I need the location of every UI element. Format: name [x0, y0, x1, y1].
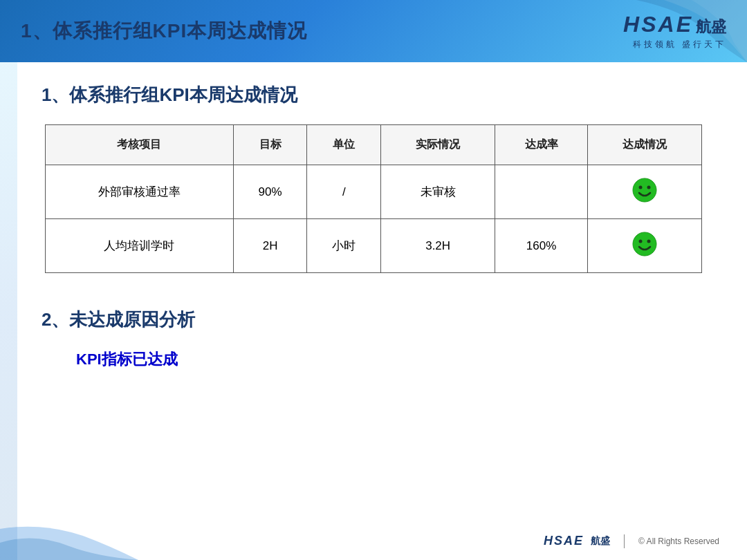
row1-actual: 未审核 — [381, 165, 495, 219]
svg-point-3 — [633, 232, 656, 256]
footer-logo: HSAE 航盛 © All Rights Reserved — [544, 534, 719, 548]
smiley-icon — [632, 232, 657, 256]
svg-point-5 — [647, 240, 651, 243]
logo-subtitle: 科技领航 盛行天下 — [633, 39, 726, 50]
smiley-icon — [632, 178, 657, 203]
section2-title: 2、未达成原因分析 — [42, 308, 706, 332]
row2-target: 2H — [233, 219, 307, 273]
svg-point-0 — [633, 178, 656, 202]
table-header-row: 考核项目 目标 单位 实际情况 达成率 达成情况 — [46, 125, 702, 165]
row1-item: 外部审核通过率 — [46, 165, 234, 219]
footer-divider — [624, 534, 625, 548]
footer-chinese-text: 航盛 — [591, 535, 610, 548]
footer: HSAE 航盛 © All Rights Reserved — [0, 522, 747, 560]
col-header-actual: 实际情况 — [381, 125, 495, 165]
table-row: 外部审核通过率 90% / 未审核 — [46, 165, 702, 219]
row1-status — [588, 165, 702, 219]
svg-point-4 — [639, 240, 643, 243]
footer-decoration — [0, 522, 138, 560]
svg-point-2 — [647, 186, 651, 189]
page-title: 1、体系推行组KPI本周达成情况 — [21, 18, 307, 44]
row1-unit: / — [307, 165, 381, 219]
kpi-achieved-text: KPI指标已达成 — [76, 349, 706, 370]
row2-rate: 160% — [495, 219, 588, 273]
main-content: 1、体系推行组KPI本周达成情况 考核项目 目标 单位 实际情况 达成率 达成情… — [0, 62, 747, 391]
row1-target: 90% — [233, 165, 307, 219]
header-logo: HSAE 航盛 科技领航 盛行天下 — [623, 12, 726, 50]
footer-rights-text: © All Rights Reserved — [638, 536, 719, 546]
col-header-status: 达成情况 — [588, 125, 702, 165]
table-row: 人均培训学时 2H 小时 3.2H 160% — [46, 219, 702, 273]
header: 1、体系推行组KPI本周达成情况 HSAE 航盛 科技领航 盛行天下 — [0, 0, 747, 62]
svg-point-1 — [639, 186, 643, 189]
section1-title: 1、体系推行组KPI本周达成情况 — [42, 83, 706, 107]
col-header-item: 考核项目 — [46, 125, 234, 165]
row1-rate — [495, 165, 588, 219]
footer-hsae-text: HSAE — [544, 534, 584, 548]
col-header-target: 目标 — [233, 125, 307, 165]
row2-unit: 小时 — [307, 219, 381, 273]
logo-chinese-text: 航盛 — [696, 17, 726, 37]
kpi-table: 考核项目 目标 单位 实际情况 达成率 达成情况 外部审核通过率 90% / 未… — [45, 124, 702, 273]
col-header-rate: 达成率 — [495, 125, 588, 165]
row2-item: 人均培训学时 — [46, 219, 234, 273]
row2-status — [588, 219, 702, 273]
row2-actual: 3.2H — [381, 219, 495, 273]
col-header-unit: 单位 — [307, 125, 381, 165]
logo-hsae-text: HSAE — [623, 12, 693, 37]
